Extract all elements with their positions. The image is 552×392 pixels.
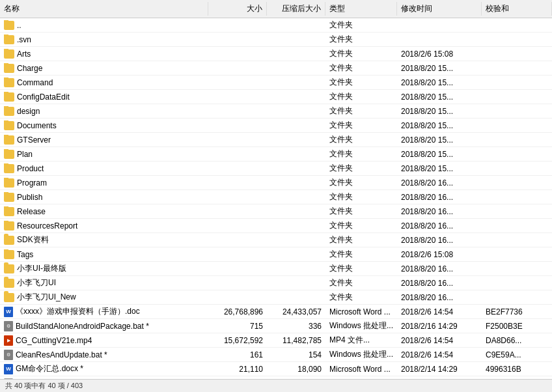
- file-size-cell: [208, 182, 267, 184]
- file-type-cell: 文件夹: [325, 148, 397, 160]
- file-name-text: SDK资料: [17, 234, 49, 245]
- file-name-cell: Tags: [0, 249, 208, 260]
- folder-icon: [4, 207, 14, 216]
- status-text: 共 40 项中有 40 项 / 403: [5, 381, 83, 391]
- table-row[interactable]: ⚙BuildStandAloneAndroidPackage.bat *7153…: [0, 319, 552, 333]
- file-type-cell: 文件夹: [325, 76, 397, 89]
- header-row: 名称 大小 压缩后大小 类型 修改时间 校验和: [0, 0, 552, 18]
- file-size-cell: [208, 68, 267, 69]
- file-date-cell: 2018/8/20 16...: [397, 278, 482, 288]
- file-date-cell: 2018/8/20 16...: [397, 264, 482, 274]
- file-size-cell: [208, 211, 267, 212]
- col-header-type[interactable]: 类型: [325, 2, 397, 16]
- table-row[interactable]: Command文件夹2018/8/20 15...: [0, 76, 552, 90]
- folder-icon: [4, 293, 14, 302]
- table-row[interactable]: Publish文件夹2018/8/20 16...: [0, 190, 552, 204]
- file-compressed-cell: [267, 139, 325, 141]
- file-name-cell: Command: [0, 77, 208, 88]
- folder-icon: [4, 64, 14, 73]
- table-row[interactable]: Charge文件夹2018/8/20 15...: [0, 61, 552, 76]
- col-header-size[interactable]: 大小: [208, 2, 267, 16]
- file-name-cell: design: [0, 106, 208, 117]
- file-name-text: Tags: [17, 250, 33, 259]
- table-row[interactable]: WGM命令汇总.docx *21,11018,090Microsoft Word…: [0, 362, 552, 376]
- file-type-cell: 文件夹: [325, 33, 397, 46]
- file-hash-cell: [482, 96, 552, 98]
- file-name-cell: W《xxxx》游戏申报资料（手游）.doc: [0, 305, 208, 318]
- table-row[interactable]: 小李飞刀UI文件夹2018/8/20 16...: [0, 276, 552, 290]
- table-row[interactable]: Release文件夹2018/8/20 16...: [0, 204, 552, 219]
- table-row[interactable]: ResourcesReport文件夹2018/8/20 16...: [0, 219, 552, 233]
- file-date-cell: 2018/8/20 15...: [397, 106, 482, 117]
- table-row[interactable]: W《xxxx》游戏申报资料（手游）.doc26,768,89624,433,05…: [0, 305, 552, 319]
- col-header-checksum[interactable]: 校验和: [482, 2, 552, 16]
- file-name-cell: Charge: [0, 63, 208, 74]
- file-compressed-cell: [267, 240, 325, 241]
- table-row[interactable]: Program文件夹2018/8/20 16...: [0, 176, 552, 190]
- file-name-cell: ConfigDataEdit: [0, 92, 208, 102]
- table-row[interactable]: ▶CG_CuttingV21e.mp415,672,59211,482,785M…: [0, 333, 552, 348]
- table-row[interactable]: Tags文件夹2018/2/6 15:08: [0, 247, 552, 262]
- col-header-modified[interactable]: 修改时间: [397, 2, 482, 16]
- file-list[interactable]: 名称 大小 压缩后大小 类型 修改时间 校验和 ..文件夹.svn文件夹Arts…: [0, 0, 552, 392]
- folder-icon: [4, 178, 14, 188]
- file-name-cell: SDK资料: [0, 234, 208, 246]
- file-size-cell: [208, 297, 267, 298]
- file-date-cell: 2018/2/6 14:54: [397, 307, 482, 317]
- word-icon: W: [4, 364, 13, 374]
- col-header-compressed[interactable]: 压缩后大小: [267, 2, 325, 16]
- file-type-cell: 文件夹: [325, 19, 397, 31]
- col-header-name[interactable]: 名称: [0, 2, 208, 16]
- file-type-cell: 文件夹: [325, 191, 397, 203]
- table-row[interactable]: ConfigDataEdit文件夹2018/8/20 15...: [0, 90, 552, 104]
- file-compressed-cell: [267, 211, 325, 212]
- file-type-cell: MP4 文件...: [325, 334, 397, 346]
- table-row[interactable]: 小李飞刀UI_New文件夹2018/8/20 16...: [0, 290, 552, 305]
- file-compressed-cell: 154: [267, 350, 325, 360]
- table-row[interactable]: design文件夹2018/8/20 15...: [0, 104, 552, 119]
- file-date-cell: 2018/8/20 15...: [397, 77, 482, 88]
- table-row[interactable]: ..文件夹: [0, 18, 552, 33]
- file-name-text: Plan: [17, 150, 33, 159]
- file-hash-cell: 4996316B: [482, 364, 552, 374]
- file-compressed-cell: [267, 197, 325, 198]
- file-name-cell: Product: [0, 163, 208, 174]
- table-row[interactable]: 小李UI-最终版文件夹2018/8/20 16...: [0, 262, 552, 276]
- file-hash-cell: [482, 53, 552, 55]
- folder-icon: [4, 107, 14, 116]
- file-type-cell: 文件夹: [325, 119, 397, 132]
- file-date-cell: 2018/8/20 16...: [397, 221, 482, 231]
- folder-icon: [4, 264, 14, 273]
- table-row[interactable]: Documents文件夹2018/8/20 15...: [0, 119, 552, 133]
- file-size-cell: 715: [208, 321, 267, 331]
- table-row[interactable]: ⚙CleanResAndUpdate.bat *161154Windows 批处…: [0, 348, 552, 362]
- table-row[interactable]: Arts文件夹2018/2/6 15:08: [0, 47, 552, 61]
- folder-icon: [4, 279, 14, 288]
- table-row[interactable]: GTServer文件夹2018/8/20 15...: [0, 133, 552, 147]
- file-name-text: Charge: [17, 64, 42, 73]
- file-hash-cell: DA8D66...: [482, 335, 552, 346]
- file-type-cell: 文件夹: [325, 277, 397, 289]
- file-name-cell: Release: [0, 206, 208, 217]
- file-name-cell: ▶CG_CuttingV21e.mp4: [0, 335, 208, 346]
- file-date-cell: 2018/8/20 16...: [397, 192, 482, 203]
- file-name-text: 小李UI-最终版: [17, 263, 66, 274]
- file-name-cell: 小李飞刀UI: [0, 277, 208, 289]
- file-size-cell: [208, 96, 267, 98]
- table-row[interactable]: .svn文件夹: [0, 33, 552, 47]
- file-name-cell: Arts: [0, 49, 208, 59]
- file-name-cell: Program: [0, 178, 208, 188]
- file-compressed-cell: [267, 225, 325, 227]
- folder-icon: [4, 121, 14, 130]
- table-row[interactable]: Product文件夹2018/8/20 15...: [0, 161, 552, 176]
- file-hash-cell: [482, 139, 552, 141]
- file-hash-cell: [482, 39, 552, 40]
- file-compressed-cell: [267, 82, 325, 83]
- table-row[interactable]: Plan文件夹2018/8/20 15...: [0, 147, 552, 161]
- file-size-cell: [208, 139, 267, 141]
- table-row[interactable]: SDK资料文件夹2018/8/20 16...: [0, 233, 552, 247]
- file-hash-cell: [482, 182, 552, 184]
- file-date-cell: 2018/2/14 14:29: [397, 364, 482, 374]
- file-date-cell: 2018/8/20 15...: [397, 135, 482, 145]
- file-type-cell: Microsoft Word ...: [325, 307, 397, 317]
